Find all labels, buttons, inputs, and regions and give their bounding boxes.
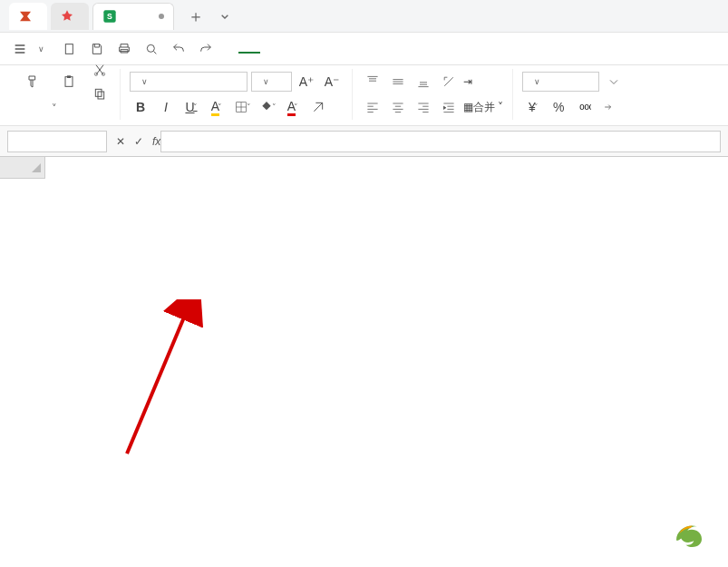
align-bottom-icon[interactable]	[413, 71, 434, 93]
tab-workbook[interactable]: S	[92, 3, 174, 30]
print-icon[interactable]	[112, 36, 137, 62]
svg-text:S: S	[107, 12, 112, 21]
decrease-font-icon[interactable]: A⁻	[321, 71, 343, 93]
align-left-icon[interactable]	[362, 96, 383, 118]
ribbon-tab-home[interactable]	[238, 44, 260, 54]
indent-icon[interactable]	[438, 96, 460, 118]
orientation-icon[interactable]	[438, 71, 460, 93]
format-painter-icon[interactable]	[16, 65, 49, 98]
fx-controls: ✕ ✓ fx	[116, 135, 160, 148]
tab-template[interactable]	[51, 3, 89, 30]
italic-icon[interactable]: I	[155, 96, 177, 118]
spreadsheet-grid[interactable]	[0, 157, 728, 179]
preview-icon[interactable]	[139, 36, 164, 62]
align-right-icon[interactable]	[413, 96, 434, 118]
ribbon-tab-data[interactable]	[325, 45, 347, 53]
tab-close-icon[interactable]	[159, 14, 164, 19]
expand-number-icon[interactable]	[603, 71, 625, 93]
file-menu[interactable]: ∨	[34, 36, 50, 62]
paste-icon[interactable]	[53, 65, 85, 98]
confirm-formula-icon[interactable]: ✓	[134, 135, 143, 148]
currency-icon[interactable]: ¥ ˅	[522, 96, 544, 118]
comma-icon[interactable]: 000	[573, 96, 595, 118]
ribbon-tab-review[interactable]	[347, 45, 369, 53]
svg-rect-4	[65, 77, 73, 87]
watermark-logo-icon	[670, 516, 708, 554]
decrease-decimal-icon[interactable]	[598, 96, 620, 118]
formula-input[interactable]	[160, 131, 721, 152]
ribbon-tab-tools[interactable]	[391, 45, 413, 53]
wrap-text-button[interactable]: ⇥	[463, 71, 472, 93]
svg-text:000: 000	[580, 102, 592, 112]
fx-icon[interactable]: fx	[152, 135, 160, 148]
svg-rect-2	[65, 44, 73, 54]
bold-icon[interactable]: B	[130, 96, 151, 118]
annotation-arrow-icon	[118, 299, 204, 463]
align-top-icon[interactable]	[362, 71, 383, 93]
font-size-combo[interactable]: ∨	[251, 72, 292, 92]
new-icon[interactable]	[57, 36, 83, 62]
select-all-corner[interactable]	[0, 157, 45, 179]
align-center-icon[interactable]	[387, 96, 409, 118]
group-font: ∨ ∨ A⁺ A⁻ B I U˅ A˅ ˅ ˅ A˅	[121, 69, 353, 120]
template-icon	[60, 9, 74, 24]
ribbon-tab-insert[interactable]	[260, 45, 282, 53]
formula-bar: ✕ ✓ fx	[0, 126, 728, 157]
fill-color-icon[interactable]: ˅	[257, 96, 278, 118]
number-format-combo[interactable]: ∨	[522, 72, 599, 92]
paste-label: ˅	[52, 103, 57, 114]
highlight-icon[interactable]: A˅	[206, 96, 228, 118]
ribbon-tab-page[interactable]	[282, 45, 304, 53]
svg-rect-5	[67, 75, 71, 78]
ribbon-tab-formula[interactable]	[304, 45, 325, 53]
merge-center-button[interactable]: ▦ 合并 ˅	[463, 96, 503, 118]
undo-icon[interactable]	[166, 36, 191, 62]
group-alignment: ⇥ ▦ 合并 ˅	[353, 69, 513, 120]
font-color-icon[interactable]: A˅	[282, 96, 304, 118]
cut-icon[interactable]	[89, 59, 111, 81]
ribbon: ˅ ∨ ∨ A⁺ A⁻ B I U˅ A˅ ˅ ˅ A˅ ⇥	[0, 65, 728, 126]
name-box[interactable]	[7, 131, 107, 152]
wps-logo-icon	[18, 9, 33, 24]
clear-format-icon[interactable]	[307, 96, 329, 118]
underline-icon[interactable]: U˅	[180, 96, 202, 118]
align-middle-icon[interactable]	[387, 71, 409, 93]
font-name-combo[interactable]: ∨	[130, 72, 248, 92]
cancel-formula-icon[interactable]: ✕	[116, 135, 125, 148]
save-icon[interactable]	[84, 36, 110, 62]
watermark	[670, 516, 715, 554]
ribbon-tab-member[interactable]	[413, 45, 434, 53]
svg-line-12	[127, 313, 186, 454]
hamburger-icon[interactable]	[7, 36, 33, 62]
group-clipboard: ˅	[7, 69, 121, 120]
svg-point-3	[147, 44, 154, 52]
ribbon-tab-view[interactable]	[369, 45, 391, 53]
increase-font-icon[interactable]: A⁺	[296, 71, 317, 93]
borders-icon[interactable]: ˅	[231, 96, 253, 118]
percent-icon[interactable]: %	[548, 96, 569, 118]
ribbon-tabs	[238, 44, 434, 54]
redo-icon[interactable]	[193, 36, 218, 62]
title-bar: S ＋	[0, 0, 728, 33]
tab-wps-home[interactable]	[9, 3, 47, 30]
tab-add-button[interactable]: ＋	[185, 5, 207, 27]
spreadsheet-icon: S	[102, 9, 117, 24]
group-number: ∨ ¥ ˅ % 000	[513, 69, 634, 120]
tab-menu-chevron-icon[interactable]	[212, 4, 238, 29]
